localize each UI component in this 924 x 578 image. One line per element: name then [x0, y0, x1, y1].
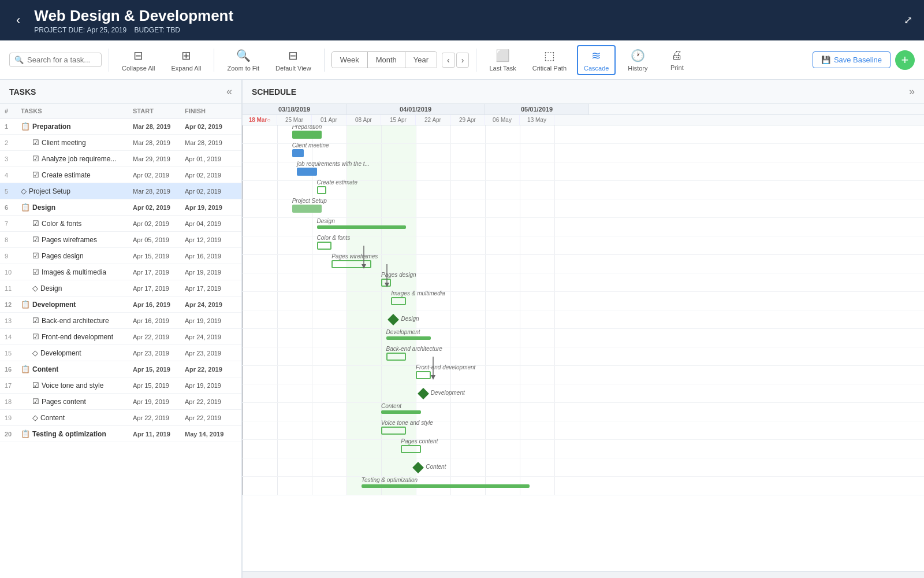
task-icon: ☑	[32, 219, 39, 228]
search-box[interactable]: 🔍	[9, 53, 102, 67]
project-meta: PROJECT DUE: Apr 25, 2019 BUDGET: TBD	[34, 26, 233, 34]
task-finish: Apr 22, 2019	[185, 414, 237, 421]
task-name: ☑ Front-end development	[21, 332, 133, 341]
task-row[interactable]: 5 ◇ Project Setup Mar 28, 2019 Apr 02, 2…	[0, 183, 241, 199]
tab-month[interactable]: Month	[368, 52, 405, 68]
task-row[interactable]: 14 ☑ Front-end development Apr 22, 2019 …	[0, 329, 241, 345]
separator-4	[476, 49, 476, 72]
grid-line	[243, 125, 243, 495]
last-task-button[interactable]: ⬜ Last Task	[483, 46, 521, 74]
task-num: 6	[5, 204, 21, 211]
task-row[interactable]: 9 ☑ Pages design Apr 15, 2019 Apr 16, 20…	[0, 248, 241, 264]
task-row[interactable]: 12 📋 Development Apr 16, 2019 Apr 24, 20…	[0, 297, 241, 313]
task-row[interactable]: 18 ☑ Pages content Apr 19, 2019 Apr 22, …	[0, 394, 241, 410]
task-row[interactable]: 15 ◇ Development Apr 23, 2019 Apr 23, 20…	[0, 345, 241, 361]
row-separator	[243, 402, 924, 403]
task-finish: Apr 02, 2019	[185, 188, 237, 195]
tasks-panel-header: TASKS «	[0, 80, 241, 104]
task-row[interactable]: 6 📋 Design Apr 02, 2019 Apr 19, 2019	[0, 199, 241, 216]
task-start: Apr 02, 2019	[133, 172, 185, 179]
default-view-button[interactable]: ⊟ Default View	[270, 46, 317, 74]
task-row[interactable]: 1 📋 Preparation Mar 28, 2019 Apr 02, 201…	[0, 118, 241, 135]
task-row[interactable]: 4 ☑ Create estimate Apr 02, 2019 Apr 02,…	[0, 167, 241, 183]
gantt-bar-outline	[386, 353, 406, 361]
gantt-label: Client meetine	[292, 142, 329, 149]
tab-week[interactable]: Week	[332, 52, 368, 68]
back-button[interactable]: ‹	[12, 10, 25, 30]
task-name: 📋 Content	[21, 365, 133, 373]
task-row[interactable]: 16 📋 Content Apr 15, 2019 Apr 22, 2019	[0, 361, 241, 377]
task-row[interactable]: 17 ☑ Voice tone and style Apr 15, 2019 A…	[0, 377, 241, 394]
task-num: 9	[5, 253, 21, 260]
cascade-button[interactable]: ≋ Cascade	[577, 45, 616, 75]
grid-line	[554, 125, 555, 495]
task-icon: 📋	[21, 203, 30, 212]
project-due-value: Apr 25, 2019	[87, 26, 126, 34]
print-button[interactable]: 🖨 Print	[660, 46, 694, 73]
task-row[interactable]: 13 ☑ Back-end architecture Apr 16, 2019 …	[0, 313, 241, 329]
task-start: Apr 15, 2019	[133, 366, 185, 373]
task-icon: 📋	[21, 300, 30, 309]
gantt-label: Content	[426, 464, 446, 470]
task-row[interactable]: 10 ☑ Images & multimedia Apr 17, 2019 Ap…	[0, 264, 241, 280]
task-row[interactable]: 20 📋 Testing & optimization Apr 11, 2019…	[0, 426, 241, 442]
expand-all-button[interactable]: ⊞ Expand All	[165, 46, 207, 74]
col-finish: FINISH	[185, 108, 237, 114]
gantt-arrow	[384, 264, 396, 288]
gantt-bar-outline	[317, 242, 332, 250]
task-row[interactable]: 19 ◇ Content Apr 22, 2019 Apr 22, 2019	[0, 410, 241, 426]
row-separator	[243, 384, 924, 384]
gantt-container[interactable]: 03/18/201904/01/201905/01/201918 Mar○25 …	[243, 104, 924, 571]
cascade-icon: ≋	[591, 49, 601, 62]
last-task-icon: ⬜	[495, 49, 510, 62]
task-name: ☑ Color & fonts	[21, 219, 133, 228]
gantt-bar	[292, 205, 322, 213]
row-separator	[243, 199, 924, 199]
budget-label: BUDGET:	[135, 26, 165, 34]
date-group-label: 04/01/2019	[346, 104, 485, 114]
gantt-bar-outline	[416, 371, 431, 379]
task-start: Apr 17, 2019	[133, 269, 185, 276]
task-finish: Apr 02, 2019	[185, 123, 237, 130]
history-button[interactable]: 🕐 History	[620, 46, 655, 74]
expand-schedule-button[interactable]: »	[909, 86, 915, 98]
date-cell: 25 Mar	[277, 115, 312, 125]
add-task-button[interactable]: +	[895, 50, 915, 70]
row-separator	[243, 476, 924, 477]
collapse-panel-button[interactable]: «	[226, 86, 232, 98]
svg-marker-3	[385, 283, 389, 287]
task-name: 📋 Preparation	[21, 122, 133, 131]
task-start: Apr 22, 2019	[133, 414, 185, 421]
save-baseline-button[interactable]: 💾 Save Baseline	[813, 51, 891, 68]
search-input[interactable]	[27, 55, 96, 64]
task-row[interactable]: 8 ☑ Pages wireframes Apr 05, 2019 Apr 12…	[0, 232, 241, 248]
task-name: ☑ Analyze job requireme...	[21, 154, 133, 163]
task-row[interactable]: 7 ☑ Color & fonts Apr 02, 2019 Apr 04, 2…	[0, 216, 241, 232]
col-start: START	[133, 108, 185, 114]
next-button[interactable]: ›	[456, 53, 470, 68]
task-row[interactable]: 2 ☑ Client meeting Mar 28, 2019 Mar 28, …	[0, 135, 241, 151]
gantt-bar-outline	[391, 297, 406, 305]
task-finish: Apr 17, 2019	[185, 285, 237, 292]
collapse-all-button[interactable]: ⊟ Collapse All	[116, 46, 161, 74]
task-name: 📋 Development	[21, 300, 133, 309]
grid-line	[381, 125, 382, 495]
zoom-to-fit-button[interactable]: 🔍 Zoom to Fit	[221, 46, 265, 74]
svg-marker-5	[431, 375, 435, 380]
task-row[interactable]: 3 ☑ Analyze job requireme... Mar 29, 201…	[0, 151, 241, 167]
task-start: Apr 15, 2019	[133, 253, 185, 260]
tab-year[interactable]: Year	[405, 52, 437, 68]
task-start: Apr 05, 2019	[133, 236, 185, 243]
expand-window-button[interactable]: ⤢	[904, 14, 912, 27]
gantt-label: Create estimate	[317, 179, 358, 186]
critical-path-button[interactable]: ⬚ Critical Path	[527, 46, 572, 74]
prev-button[interactable]: ‹	[442, 53, 455, 68]
task-num: 20	[5, 431, 21, 438]
task-icon: 📋	[21, 122, 30, 131]
task-row[interactable]: 11 ◇ Design Apr 17, 2019 Apr 17, 2019	[0, 280, 241, 297]
horizontal-scrollbar[interactable]	[243, 571, 924, 578]
row-separator	[243, 495, 924, 495]
task-name: ◇ Design	[21, 284, 133, 292]
row-separator	[243, 439, 924, 440]
grid-line	[520, 125, 520, 495]
